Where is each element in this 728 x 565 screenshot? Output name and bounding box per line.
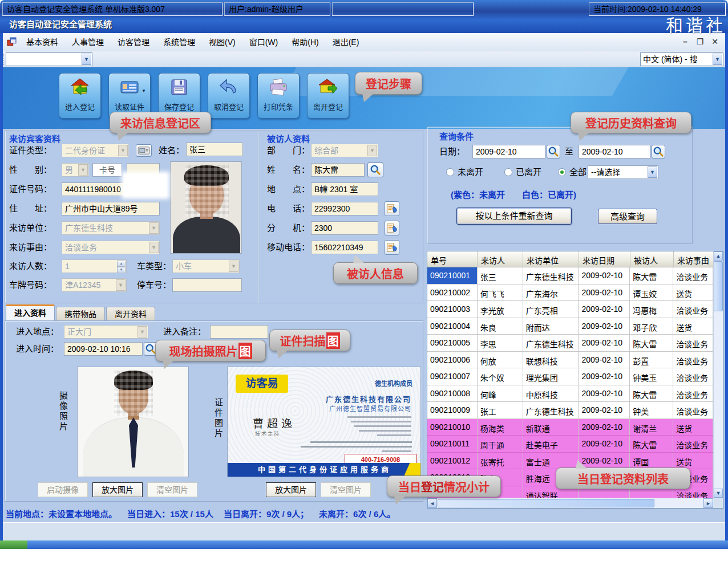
date-from-input[interactable]: 2009-02-10 <box>472 145 545 158</box>
search-button[interactable] <box>367 162 383 177</box>
scroll-down-icon[interactable]: ▼ <box>714 489 723 498</box>
table-column-header[interactable]: 单号 <box>427 251 478 267</box>
gender-combo[interactable]: 男 ▼ <box>62 163 89 177</box>
scroll-up-icon[interactable]: ▲ <box>714 251 723 261</box>
table-row[interactable]: 090210012张寄托富士通2009-02-10谭国送货 <box>427 453 713 470</box>
清空图片-button[interactable]: 清空图片 <box>147 482 197 497</box>
plate-combo[interactable]: 津A12345 ▼ <box>62 278 127 292</box>
phone-note-button[interactable] <box>385 201 399 216</box>
menu-item-6[interactable]: 窗口(W) <box>242 34 285 51</box>
scroll-left-icon[interactable]: ◄ <box>427 498 437 508</box>
card-reader-button[interactable] <box>136 144 152 157</box>
status-bar <box>0 522 728 540</box>
table-column-header[interactable]: 来访事由 <box>674 251 714 267</box>
scroll-right-icon[interactable]: ► <box>703 498 713 508</box>
table-column-header[interactable]: 来访人 <box>478 251 523 267</box>
table-row[interactable]: 090210008何峰中原科技2009-02-10陈大雷洽谈业务 <box>427 385 713 403</box>
company-combo[interactable]: 广东德生科技 ▼ <box>62 221 160 235</box>
date-to-picker-button[interactable] <box>652 145 665 158</box>
menu-item-8[interactable]: 退出(E) <box>326 34 366 51</box>
toolbar-button-6[interactable]: 离开登记 <box>307 73 349 119</box>
table-column-header[interactable]: 来访单位 <box>523 251 579 267</box>
chevron-down-icon[interactable]: ▼ <box>713 54 722 65</box>
status-filter-combo[interactable]: --请选择 ▼ <box>588 165 658 179</box>
menu-item-4[interactable]: 系统管理 <box>156 34 202 51</box>
requery-button[interactable]: 按以上条件重新查询 <box>456 208 572 225</box>
visitor-name-input[interactable]: 张三 <box>186 143 243 156</box>
mdi-minimize-button[interactable]: – <box>679 35 691 48</box>
date-from-picker-button[interactable] <box>547 145 560 158</box>
radio-circle-icon[interactable] <box>504 168 512 176</box>
quick-combo[interactable]: ▼ <box>6 52 92 66</box>
menu-item-2[interactable]: 人事管理 <box>65 34 111 51</box>
visited-row-field[interactable]: 2300 <box>311 221 378 235</box>
radio-全部[interactable]: 全部 <box>558 167 587 177</box>
toolbar-button-1[interactable]: 进入登记 <box>59 73 101 119</box>
visited-row-field[interactable]: 综合部▼ <box>311 144 378 157</box>
visited-row-field[interactable]: 22992300 <box>311 202 378 216</box>
table-cell: 2009-02-10 <box>579 267 630 284</box>
启动摄像-button[interactable]: 启动摄像 <box>38 482 88 497</box>
menu-item-5[interactable]: 视图(V) <box>202 34 242 51</box>
table-cell: 陈大雷 <box>630 267 673 284</box>
menu-item-1[interactable]: 基本资料 <box>19 34 65 51</box>
chevron-down-icon[interactable]: ▼ <box>141 88 146 94</box>
table-cell: 送货 <box>673 453 713 469</box>
table-row[interactable]: 090210001张三广东德生科技2009-02-10陈大雷洽谈业务 <box>427 267 713 284</box>
table-row[interactable]: 090210006何放联想科技2009-02-10彭置洽谈业务 <box>427 352 713 369</box>
car-type-combo[interactable]: 小车 ▼ <box>172 259 240 273</box>
table-row[interactable]: 090210010杨海类新联通2009-02-10谢清兰送货 <box>427 419 713 436</box>
chevron-down-icon[interactable]: ▼ <box>648 166 657 178</box>
stepper-arrows-icon[interactable]: ▲▼ <box>117 261 126 272</box>
visited-row-field[interactable]: 陈大雷 <box>311 163 365 177</box>
table-row[interactable]: 090210003李光放广东亮相2009-02-10冯惠梅洽谈业务 <box>427 301 713 318</box>
放大图片-button[interactable]: 放大图片 <box>266 482 316 497</box>
table-cell: 杨海类 <box>478 419 523 436</box>
toolbar-button-4[interactable]: 取消登记 <box>208 73 250 119</box>
reason-combo[interactable]: 洽谈业务 ▼ <box>62 241 160 254</box>
table-row[interactable]: 090210004朱良附而达2009-02-10邓子欣送货 <box>427 318 713 335</box>
visited-row-field[interactable]: B幢 2301 室 <box>311 182 378 196</box>
radio-circle-icon[interactable] <box>446 168 454 176</box>
entry-time-input[interactable]: 2009-02-10 10:16 <box>64 342 143 356</box>
chevron-down-icon[interactable]: ▼ <box>82 54 91 65</box>
radio-circle-icon[interactable] <box>558 168 566 176</box>
date-to-input[interactable]: 2009-02-10 <box>579 145 650 158</box>
scrollbar-thumb[interactable] <box>438 499 654 507</box>
menu-item-7[interactable]: 帮助(H) <box>285 34 325 51</box>
card-no-button[interactable]: 卡号 <box>92 163 122 177</box>
phone-note-button[interactable] <box>385 221 399 235</box>
menu-item-3[interactable]: 访客管理 <box>111 34 156 51</box>
radio-已离开[interactable]: 已离开 <box>504 167 541 177</box>
table-cell: 090210011 <box>427 436 478 452</box>
parking-input[interactable] <box>172 278 242 292</box>
radio-未离开[interactable]: 未离开 <box>446 167 483 177</box>
tab-进入资料[interactable]: 进入资料 <box>6 304 55 320</box>
mdi-restore-button[interactable]: ❐ <box>694 35 706 48</box>
table-column-header[interactable]: 来访日期 <box>579 251 630 267</box>
entry-location-combo[interactable]: 正大门 ▼ <box>64 325 148 339</box>
language-combo[interactable]: 中文 (简体) - 搜 ▼ <box>640 52 723 66</box>
tab-离开资料[interactable]: 离开资料 <box>106 307 155 322</box>
table-row[interactable]: 090210005李思广东德生科技2009-02-10陈大雷洽谈业务 <box>427 335 713 352</box>
mdi-close-button[interactable]: ✕ <box>709 35 721 48</box>
table-column-header[interactable]: 被访人 <box>630 251 674 267</box>
table-row[interactable]: 090210002何飞飞广东海尔2009-02-10谭玉姣送货 <box>427 284 713 302</box>
horizontal-scrollbar[interactable]: ◄ ► <box>427 498 713 508</box>
count-stepper[interactable]: 1 ▲▼ <box>62 259 127 273</box>
visited-row-field[interactable]: 15602210349 <box>311 241 378 254</box>
vertical-scrollbar[interactable]: ▲ ▼ <box>713 251 723 498</box>
address-input[interactable]: 广州市中山大道89号 <box>62 202 160 216</box>
cert-type-combo[interactable]: 二代身份证 ▼ <box>62 144 129 157</box>
清空图片-button[interactable]: 清空图片 <box>321 482 371 497</box>
table-row[interactable]: 090210007朱个奴理光集团2009-02-10钟美玉洽谈业务 <box>427 368 713 385</box>
tab-携带物品[interactable]: 携带物品 <box>56 307 105 322</box>
table-row[interactable]: 090210009张工广东德生科技2009-02-10钟美洽谈业务 <box>427 402 713 419</box>
entry-remark-input[interactable] <box>210 325 268 339</box>
放大图片-button[interactable]: 放大图片 <box>92 482 143 497</box>
phone-note-button[interactable] <box>385 240 399 255</box>
toolbar-button-5[interactable]: 打印凭条 <box>257 73 300 119</box>
advanced-query-button[interactable]: 高级查询 <box>598 209 657 224</box>
table-row[interactable]: 090210011周于通赴美电子2009-02-10陈大雷洽谈业务 <box>427 436 713 453</box>
scrollbar-thumb[interactable] <box>714 261 723 311</box>
